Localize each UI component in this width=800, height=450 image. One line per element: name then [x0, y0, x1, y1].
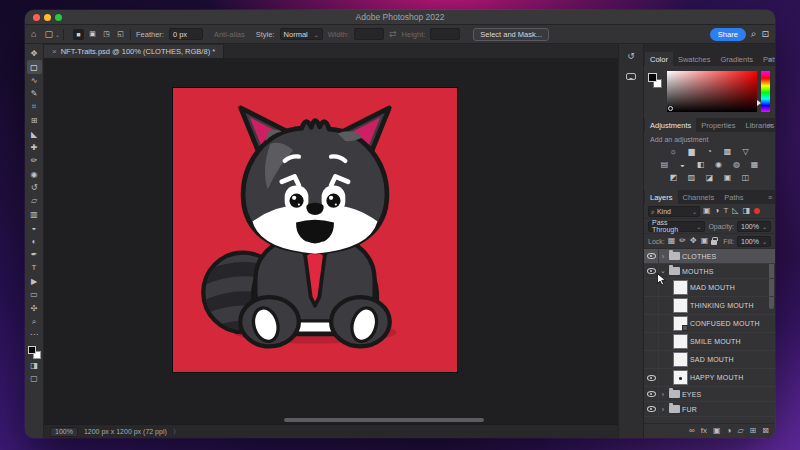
fill-select[interactable]: 100% ⌄ [737, 236, 771, 247]
active-tool-preset[interactable]: ▢ ⌄ [41, 29, 64, 40]
color-balance-icon[interactable]: ◒ [677, 159, 688, 169]
clone-stamp-tool[interactable]: ◉ [27, 168, 42, 181]
select-and-mask-button[interactable]: Select and Mask... [473, 28, 549, 41]
hand-tool[interactable]: ✣ [27, 301, 42, 314]
panel-menu-icon[interactable]: ≡ [768, 194, 772, 201]
color-tab-patterns[interactable]: Patterns [758, 52, 775, 66]
share-button[interactable]: Share [710, 28, 746, 41]
width-input[interactable] [354, 28, 384, 40]
height-input[interactable] [430, 28, 460, 40]
quick-selection-tool[interactable]: ✎ [27, 87, 42, 100]
home-icon[interactable]: ⌂ [31, 30, 36, 39]
more-tools-icon[interactable]: ⋯ [27, 328, 42, 341]
color-tab-swatches[interactable]: Swatches [673, 52, 716, 66]
blend-mode-select[interactable]: Pass Through ⌄ [648, 221, 705, 232]
new-selection-mode-icon[interactable]: ■ [73, 29, 84, 40]
gradient-tool[interactable]: ▥ [27, 208, 42, 221]
hue-saturation-icon[interactable]: ▤ [659, 159, 670, 169]
zoom-tool[interactable]: ⌕ [27, 315, 42, 328]
visibility-cell[interactable] [644, 315, 659, 332]
brightness-contrast-icon[interactable]: ☼ [668, 146, 679, 156]
lock-artboard-icon[interactable]: ▣ [701, 237, 709, 245]
layer-row[interactable]: HAPPY MOUTH [644, 369, 775, 387]
eye-icon[interactable] [647, 268, 656, 274]
history-icon[interactable]: ↺ [624, 50, 638, 62]
layer-thumbnail[interactable] [673, 334, 688, 349]
layer-effects-icon[interactable]: fx [701, 427, 707, 435]
new-adjustment-layer-icon[interactable]: ◑ [727, 427, 732, 435]
close-tab-icon[interactable]: × [52, 47, 57, 56]
hue-slider-handle[interactable] [757, 100, 764, 106]
visibility-cell[interactable] [644, 297, 659, 314]
eyedropper-tool[interactable]: ◣ [27, 127, 42, 140]
artboard[interactable] [173, 88, 457, 372]
pen-tool[interactable]: ✒ [27, 248, 42, 261]
adjustments-tab-properties[interactable]: Properties [696, 118, 740, 132]
foreground-color-swatch[interactable] [648, 73, 657, 82]
healing-brush-tool[interactable]: ✚ [27, 141, 42, 154]
filter-toggle[interactable] [754, 208, 760, 214]
threshold-icon[interactable]: ◪ [704, 172, 715, 182]
color-tab-color[interactable]: Color [645, 52, 673, 66]
style-select[interactable]: Normal ⌄ [280, 28, 323, 40]
eye-icon[interactable] [647, 375, 656, 381]
saturation-brightness-field[interactable] [667, 71, 757, 112]
color-lookup-icon[interactable]: ▦ [749, 159, 760, 169]
layer-row[interactable]: SAD MOUTH [644, 351, 775, 369]
visibility-cell[interactable] [644, 387, 659, 401]
brush-tool[interactable]: ✏ [27, 154, 42, 167]
lock-transparency-icon[interactable]: ▦ [668, 237, 676, 245]
eye-icon[interactable] [647, 406, 656, 412]
layer-mask-icon[interactable]: ▣ [713, 427, 721, 435]
selective-color-icon[interactable]: ◫ [740, 172, 751, 182]
visibility-cell[interactable] [644, 369, 659, 386]
layer-row[interactable]: ›CLOTHES [644, 249, 775, 264]
visibility-cell[interactable] [644, 351, 659, 368]
panel-menu-icon[interactable]: ≡ [768, 56, 772, 63]
posterize-icon[interactable]: ▨ [686, 172, 697, 182]
shape-tool[interactable]: ▭ [27, 288, 42, 301]
adjustments-tab-adjustments[interactable]: Adjustments [645, 118, 696, 132]
history-brush-tool[interactable]: ↺ [27, 181, 42, 194]
frame-tool[interactable]: ⊞ [27, 114, 42, 127]
opacity-select[interactable]: 100% ⌄ [737, 221, 771, 232]
status-arrow-icon[interactable]: 〉 [173, 427, 180, 437]
layers-tab-channels[interactable]: Channels [678, 190, 720, 204]
layer-row[interactable]: ›FUR [644, 402, 775, 417]
smart-object-filter-icon[interactable]: ◨ [742, 207, 750, 215]
layer-row[interactable]: THINKING MOUTH [644, 297, 775, 315]
group-expand-chevron[interactable]: › [659, 391, 667, 398]
crop-tool[interactable]: ⌗ [27, 101, 42, 114]
swap-dimensions-icon[interactable]: ⇄ [389, 30, 397, 39]
pixel-layer-filter-icon[interactable]: ▣ [703, 207, 711, 215]
layer-thumbnail[interactable] [673, 280, 688, 295]
lasso-tool[interactable]: ∿ [27, 74, 42, 87]
feather-input[interactable]: 0 px [169, 28, 203, 40]
color-picker-handle[interactable] [668, 106, 673, 111]
type-tool[interactable]: T [27, 261, 42, 274]
blur-tool[interactable]: ◒ [27, 221, 42, 234]
exposure-icon[interactable]: ▩ [722, 146, 733, 156]
levels-icon[interactable]: ▆ [686, 146, 697, 156]
group-expand-chevron[interactable]: › [659, 253, 667, 260]
horizontal-scrollbar[interactable] [284, 418, 484, 422]
gradient-map-icon[interactable]: ▣ [722, 172, 733, 182]
channel-mixer-icon[interactable]: ◍ [731, 159, 742, 169]
layers-tab-paths[interactable]: Paths [719, 190, 748, 204]
intersect-selection-mode-icon[interactable]: ◱ [115, 29, 126, 40]
layer-row[interactable]: ⌄MOUTHS [644, 264, 775, 279]
rectangular-marquee-tool[interactable]: ▢ [27, 60, 42, 73]
layer-thumbnail[interactable] [673, 370, 688, 385]
lock-all-icon[interactable] [711, 240, 717, 245]
eye-icon[interactable] [647, 391, 656, 397]
color-tab-gradients[interactable]: Gradients [715, 52, 758, 66]
quick-mask-icon[interactable]: ◨ [27, 359, 42, 372]
delete-layer-icon[interactable]: ⊠ [762, 427, 769, 435]
layer-row[interactable]: SMILE MOUTH [644, 333, 775, 351]
eraser-tool[interactable]: ▱ [27, 194, 42, 207]
invert-icon[interactable]: ◩ [668, 172, 679, 182]
visibility-cell[interactable] [644, 402, 659, 416]
shape-layer-filter-icon[interactable]: ◺ [732, 207, 738, 215]
screen-mode-icon[interactable]: ▢ [27, 372, 42, 385]
type-layer-filter-icon[interactable]: T [723, 207, 728, 215]
